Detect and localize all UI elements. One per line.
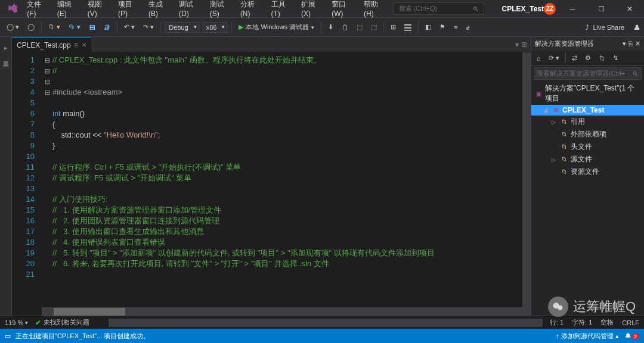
tb-icon-10[interactable]: ⸙ (463, 22, 473, 33)
menu-item[interactable]: 分析(N) (236, 0, 265, 20)
undo-button[interactable]: ↶ ▾ (121, 21, 138, 33)
solution-explorer-header[interactable]: 解决方案资源管理器 ▾ ⎘ ✕ (531, 37, 644, 51)
menu-item[interactable]: 编辑(E) (52, 0, 82, 20)
configuration-dropdown[interactable]: Debug (165, 22, 199, 33)
notifications-button[interactable]: 🔔︎2 (625, 332, 639, 339)
tb-icon-4[interactable]: ⬚ (368, 21, 380, 33)
expand-icon[interactable]: ▷ (552, 157, 558, 163)
nav-forward-button[interactable]: ◯ (24, 21, 38, 33)
platform-dropdown[interactable]: x86 (202, 22, 228, 33)
tb-icon-9[interactable]: ≡ (451, 22, 460, 33)
pin-icon[interactable]: ⎘ (75, 42, 78, 48)
tb-icon-1[interactable]: ⬇︎ (325, 21, 336, 33)
left-toolbox-gutter[interactable]: ▸ 工具箱 (0, 37, 12, 316)
menu-item[interactable]: 测试(S) (205, 0, 234, 20)
solution-search[interactable]: 搜索解决方案资源管理器(Ctrl+ 🔍︎ (534, 67, 642, 80)
output-icon[interactable]: ▭ (5, 332, 11, 340)
menu-item[interactable]: 视图(V) (83, 0, 112, 20)
sol-sync-icon[interactable]: ⇄ (569, 52, 580, 64)
spaces-indicator[interactable]: 空格 (600, 318, 614, 327)
minimize-button[interactable]: ─ (561, 0, 584, 18)
tb-icon-7[interactable]: ◧ (422, 21, 434, 33)
solution-item[interactable]: 📁︎外部依赖项 (531, 128, 644, 141)
new-project-button[interactable]: 📁︎ ▾ (45, 21, 63, 33)
menu-item[interactable]: 生成(B) (144, 0, 173, 20)
check-icon: ✔ (35, 319, 41, 327)
live-share-button[interactable]: Live Share (593, 24, 624, 31)
panel-close-icon[interactable]: ✕ (635, 40, 640, 48)
sol-home-icon[interactable]: ⌂ (534, 52, 544, 64)
sol-filter-icon[interactable]: 📁︎ (596, 52, 608, 64)
search-placeholder: 搜索 (Ctrl+Q) (399, 4, 437, 13)
add-source-control[interactable]: ↑ 添加到源代码管理 ▴ (556, 332, 619, 341)
play-icon: ▶ (239, 23, 243, 31)
menu-item[interactable]: 扩展(X) (296, 0, 326, 20)
solution-item[interactable]: 📁︎头文件 (531, 141, 644, 153)
issues-indicator[interactable]: ✔ 未找到相关问题 (35, 318, 89, 327)
search-icon: 🔍︎ (632, 70, 639, 77)
solution-item[interactable]: 📁︎资源文件 (531, 166, 644, 178)
item-label: 头文件 (571, 142, 592, 152)
menu-item[interactable]: 文件(F) (22, 0, 51, 20)
project-node[interactable]: ◢ ⧉ CPLEX_Test (531, 105, 644, 116)
save-all-button[interactable]: 📚︎ (101, 22, 113, 33)
user-avatar[interactable]: ZZ (544, 3, 556, 15)
tb-icon-2[interactable]: 📋︎ (339, 22, 351, 33)
close-icon[interactable]: ✕ (82, 42, 86, 48)
open-button[interactable]: 📂︎ ▾ (66, 21, 83, 33)
solution-item[interactable]: ▷📁︎源文件 (531, 153, 644, 166)
sol-settings-icon[interactable]: ⚙︎ (582, 52, 594, 64)
solution-item[interactable]: ▷📁︎引用 (531, 116, 644, 128)
editor-horizontal-scrollbar[interactable] (42, 307, 531, 316)
close-button[interactable]: ✕ (618, 0, 642, 18)
editor-vertical-scrollbar[interactable] (522, 52, 531, 307)
eol-indicator[interactable]: CRLF (622, 319, 639, 326)
menu-item[interactable]: 帮助(H) (359, 0, 389, 20)
menu-item[interactable]: 调试(D) (174, 0, 204, 20)
sol-refresh-icon[interactable]: ⟳ ▾ (546, 52, 562, 64)
code-editor[interactable]: 123456789101112131415161718192021 ⊟⊟⊟⊟ /… (12, 52, 531, 316)
panel-options-icon[interactable]: ▾ (623, 40, 626, 48)
file-tab[interactable]: CPLEX_Test.cpp ⎘ ✕ (12, 37, 91, 52)
tb-icon-8[interactable]: ⚑︎ (436, 21, 448, 33)
sol-more-icon[interactable]: ↯ (610, 52, 621, 64)
panel-pin-icon[interactable]: ⎘ (628, 40, 633, 48)
nav-back-button[interactable]: ◯ ▾ (4, 21, 22, 33)
issues-label: 未找到相关问题 (44, 318, 89, 327)
col-indicator[interactable]: 字符: 1 (572, 318, 592, 327)
editor-area: CPLEX_Test.cpp ⎘ ✕ ▾ ⊞ 12345678910111213… (12, 37, 531, 316)
menu-item[interactable]: 项目(P) (113, 0, 143, 20)
code-content[interactable]: // CPLEX_Test.cpp : 此文件包含 "main" 函数。程序执行… (52, 52, 531, 316)
folder-icon: 📁︎ (560, 118, 568, 126)
solution-tree: ▣ 解决方案"CPLEX_Test"(1 个项目 ◢ ⧉ CPLEX_Test … (531, 81, 644, 179)
save-button[interactable]: 💾︎ (86, 22, 98, 33)
expand-icon[interactable]: ▷ (552, 119, 558, 125)
menu-item[interactable]: 工具(T) (267, 0, 296, 20)
line-indicator[interactable]: 行: 1 (550, 318, 564, 327)
item-label: 引用 (571, 117, 585, 127)
solution-root[interactable]: ▣ 解决方案"CPLEX_Test"(1 个项目 (531, 82, 644, 105)
title-bar: 文件(F)编辑(E)视图(V)项目(P)生成(B)调试(D)测试(S)分析(N)… (0, 0, 644, 18)
expand-icon[interactable]: ◢ (543, 107, 549, 113)
redo-button[interactable]: ↷ ▾ (140, 21, 157, 33)
tb-icon-5[interactable]: ⊞ (388, 21, 399, 33)
tab-dropdown-icon[interactable]: ▾ (515, 40, 519, 49)
start-debug-button[interactable]: ▶ 本地 Windows 调试器 ▾ (236, 21, 317, 33)
live-share-icon: ⤴︎ (586, 24, 589, 31)
zoom-indicator[interactable]: 119 % ▾ (5, 319, 28, 326)
fold-gutter[interactable]: ⊟⊟⊟⊟ (42, 52, 52, 316)
folder-icon: 📁︎ (560, 143, 568, 151)
feedback-icon[interactable]: 👤︎ (634, 24, 640, 31)
maximize-button[interactable]: ☐ (589, 0, 613, 18)
bottom-status-bar: ▭ 正在创建项目"CPLEX_Test"... 项目创建成功。 ↑ 添加到源代码… (0, 329, 644, 343)
folder-icon: 📁︎ (560, 168, 568, 176)
notification-count: 2 (631, 333, 639, 339)
solution-root-label: 解决方案"CPLEX_Test"(1 个项目 (545, 83, 640, 104)
tab-split-icon[interactable]: ⊞ (521, 40, 527, 49)
tb-icon-3[interactable]: ⬚ (354, 21, 366, 33)
solution-explorer: 解决方案资源管理器 ▾ ⎘ ✕ ⌂ ⟳ ▾ ⇄ ⚙︎ 📁︎ ↯ 搜索解决方案资源… (531, 37, 644, 316)
status-horizontal-scrollbar[interactable] (109, 319, 543, 327)
tb-icon-6[interactable] (401, 22, 414, 33)
menu-item[interactable]: 窗口(W) (327, 0, 358, 20)
search-box[interactable]: 搜索 (Ctrl+Q) 🔍︎ (394, 2, 484, 15)
